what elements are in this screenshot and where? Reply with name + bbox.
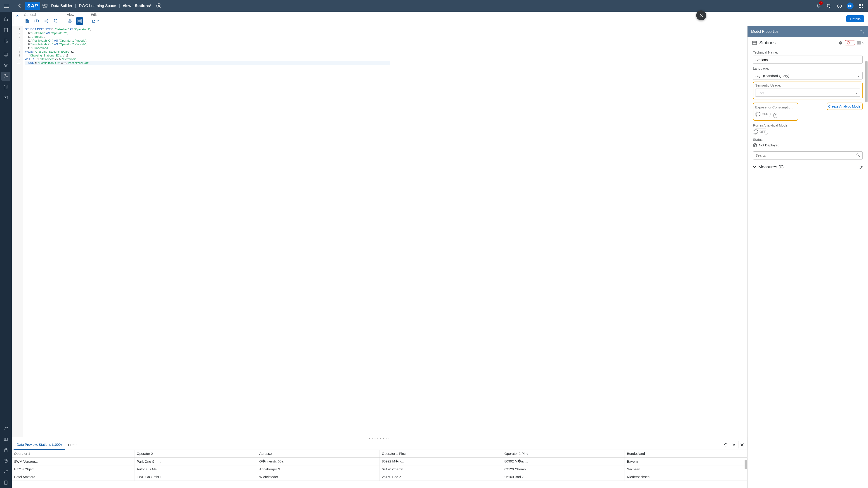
svg-rect-16 [4, 53, 8, 55]
props-search-input[interactable] [753, 151, 863, 160]
scrollbar-vertical[interactable] [745, 460, 747, 469]
code-content[interactable]: SELECT DISTINCT t1."Betreiber" AS "Opera… [23, 26, 390, 65]
table-row[interactable]: Hotel Amsterd…EWE Go GmbHWiefelsteder …2… [12, 473, 747, 481]
nav-flows[interactable] [1, 61, 10, 70]
model-view-button[interactable] [66, 18, 74, 25]
sql-editor[interactable]: 12345678910 SELECT DISTINCT t1."Betreibe… [12, 26, 747, 437]
table-header[interactable]: Operator 1 [12, 450, 134, 457]
cloud-up-icon [34, 19, 39, 23]
edit-measures-button[interactable] [859, 165, 863, 169]
toolbar-group-general: General [13, 12, 64, 26]
folder-icon [4, 28, 8, 32]
databuilder-icon [42, 4, 48, 8]
toolbar: General View Edit [12, 12, 868, 26]
scrollbar-vertical[interactable] [865, 61, 868, 102]
search-doc-icon [4, 38, 8, 43]
tech-name-input[interactable] [753, 56, 863, 64]
svg-point-19 [5, 66, 6, 67]
nav-business[interactable] [1, 50, 10, 59]
table-header[interactable]: Operator 2 Pinc [502, 450, 625, 457]
nav-marketplace[interactable] [1, 424, 10, 433]
table-header[interactable]: Bundesland [625, 450, 747, 457]
tech-name-label: Technical Name: [753, 51, 863, 54]
status-icon [753, 143, 757, 147]
preview-table: Operator 1Operator 2AdresseOperator 1 Pi… [12, 450, 747, 488]
svg-rect-23 [4, 86, 7, 89]
view-icon [752, 40, 757, 45]
resize-handle[interactable]: • • • • • • • • [12, 437, 747, 440]
main-content: i General View [0, 12, 868, 488]
nav-dataaccess[interactable] [1, 83, 10, 92]
toolbar-label-general: General [24, 13, 59, 17]
language-select[interactable]: SQL (Standard Query) ⌄ [753, 72, 863, 80]
save-button[interactable] [24, 18, 31, 25]
breadcrumb: Data Builder | DWC Learning Space | View… [42, 3, 161, 8]
feedback-button[interactable] [826, 3, 832, 9]
nav-catalog[interactable] [1, 36, 10, 45]
notifications-button[interactable]: 7 [815, 3, 822, 9]
measures-section: Measures (0) [753, 164, 863, 169]
nav-databuilder[interactable] [1, 72, 10, 80]
breadcrumb-space[interactable]: DWC Learning Space [79, 4, 116, 8]
props-header: Model Properties [747, 26, 868, 37]
table-header[interactable]: Operator 2 [134, 450, 257, 457]
semantic-label: Semantic Usage: [755, 84, 860, 87]
details-button[interactable]: Details [846, 15, 864, 22]
chevron-down-icon: ⌄ [855, 91, 858, 95]
validate-button[interactable] [52, 18, 59, 25]
table-header[interactable]: Operator 1 Pinc [379, 450, 502, 457]
nav-transport[interactable] [1, 456, 10, 465]
close-tab-button[interactable] [156, 3, 161, 8]
chevron-down-icon: ⌄ [857, 74, 860, 78]
deploy-status: Not Deployed [753, 143, 863, 147]
deploy-button[interactable] [33, 18, 40, 25]
table-header[interactable]: Adresse [257, 450, 379, 457]
columns-badge[interactable]: 6 [857, 41, 864, 45]
create-analytic-model-link[interactable]: Create Analytic Model [828, 104, 861, 108]
nav-monitor[interactable] [1, 93, 10, 102]
analytical-toggle[interactable]: OFF [753, 129, 768, 135]
props-search [753, 151, 863, 160]
data-view-button[interactable] [76, 18, 83, 25]
export-button[interactable] [90, 18, 100, 25]
nav-about[interactable]: i [1, 478, 10, 487]
table-icon [78, 19, 82, 23]
tab-data-preview[interactable]: Data Preview: Stations (1000) [13, 440, 65, 450]
svg-text:i: i [6, 482, 6, 484]
nav-security[interactable] [1, 446, 10, 455]
expose-highlight: Expose for Consumption: OFF ? [753, 103, 798, 121]
expand-panel-button[interactable] [860, 30, 864, 34]
svg-point-25 [5, 427, 6, 428]
back-button[interactable] [16, 2, 24, 10]
semantic-select[interactable]: Fact ⌄ [755, 89, 860, 97]
table-row[interactable]: HEOS Object …Autohaus Mel…Annaberger S…0… [12, 465, 747, 473]
refresh-preview-button[interactable] [722, 441, 729, 449]
app-grid-button[interactable] [858, 3, 864, 9]
nav-content[interactable] [1, 435, 10, 444]
nav-connections[interactable] [1, 467, 10, 476]
props-body: Technical Name: Language: SQL (Standard … [747, 48, 868, 488]
share-button[interactable] [42, 18, 50, 25]
help-button[interactable]: ? [836, 3, 843, 9]
expose-toggle[interactable]: OFF [755, 111, 771, 117]
measures-toggle[interactable] [753, 166, 756, 168]
nav-repository[interactable] [1, 25, 10, 34]
expose-label: Expose for Consumption: [755, 105, 796, 109]
menu-button[interactable] [2, 1, 11, 10]
databuilder-nav-icon [4, 74, 8, 78]
close-overlay-button[interactable] [696, 10, 706, 20]
shell-actions: 7 ? CH [815, 2, 864, 9]
table-row[interactable]: SWM Versorg…Park One Gm…G�rtnerstr. 60a8… [12, 457, 747, 465]
tab-errors[interactable]: Errors [65, 440, 81, 450]
expose-help-button[interactable]: ? [773, 113, 778, 118]
preview-settings-button[interactable] [730, 441, 737, 449]
chevron-down-icon [753, 166, 756, 168]
validation-badge[interactable]: 1 [845, 40, 855, 45]
close-preview-button[interactable] [738, 441, 745, 449]
svg-rect-40 [752, 41, 756, 44]
svg-rect-37 [70, 22, 72, 23]
user-avatar[interactable]: CH [847, 2, 854, 9]
breadcrumb-app[interactable]: Data Builder [51, 4, 72, 8]
nav-home[interactable] [1, 14, 10, 24]
data-preview-panel: Data Preview: Stations (1000) Errors Ope… [12, 440, 747, 488]
